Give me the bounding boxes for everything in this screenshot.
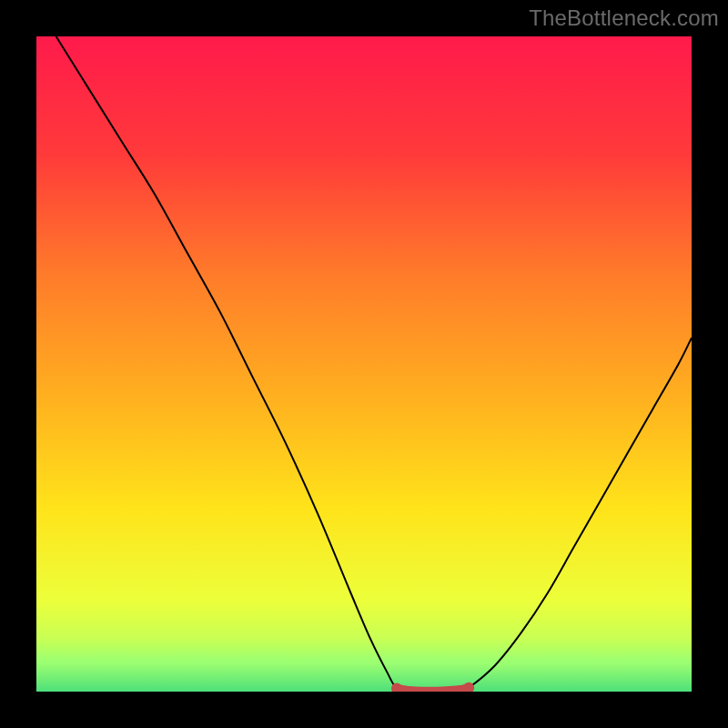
chart-trough-marker <box>397 688 469 692</box>
chart-plot-area <box>36 36 692 692</box>
chart-svg <box>36 36 692 692</box>
app-frame: TheBottleneck.com <box>0 0 728 728</box>
watermark-text: TheBottleneck.com <box>529 5 719 31</box>
chart-bottom-band <box>36 662 692 692</box>
chart-background-gradient <box>36 36 692 692</box>
